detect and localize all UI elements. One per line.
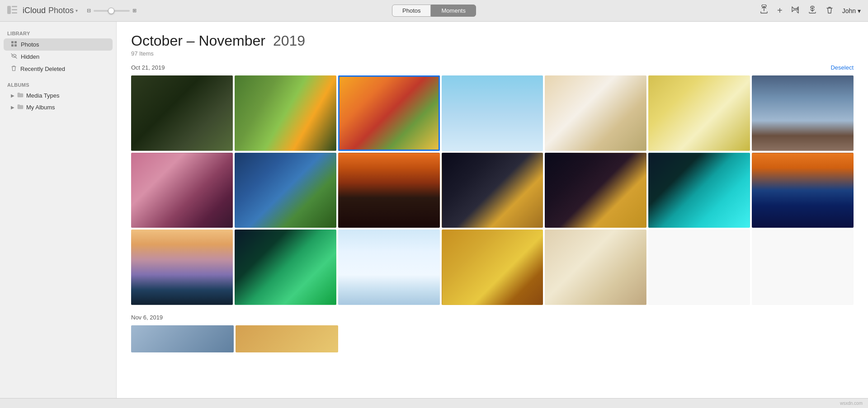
photo-road-sunset[interactable] (752, 75, 854, 151)
date-section-oct: Oct 21, 2019 Deselect (131, 64, 854, 305)
media-types-chevron-icon: ▶ (11, 93, 14, 98)
date-header-oct: Oct 21, 2019 Deselect (131, 64, 854, 71)
download-icon[interactable] (808, 5, 817, 16)
photo-snowy-forest[interactable] (338, 230, 440, 305)
photo-yellow-rose[interactable] (648, 75, 750, 151)
item-count: 97 Items (131, 50, 854, 57)
sidebar-toggle[interactable] (7, 6, 17, 16)
photo-row-3 (131, 230, 854, 305)
sidebar-item-my-albums-label: My Albums (26, 104, 55, 111)
share-icon[interactable] (791, 5, 800, 16)
zoom-in-icon[interactable]: ⊞ (132, 8, 137, 14)
photo-autumn-bokeh[interactable] (235, 75, 336, 151)
tab-photos[interactable]: Photos (392, 5, 431, 17)
library-section-label: Library (0, 27, 116, 38)
zoom-control: ⊟ ⊞ (87, 8, 137, 14)
photo-cloudy-lake[interactable] (131, 230, 233, 305)
logo-icloud: iCloud (23, 6, 46, 15)
photo-nov-2[interactable] (236, 325, 338, 352)
albums-section-label: Albums (0, 79, 116, 89)
title-main: October – November (131, 33, 265, 49)
logo-chevron-icon[interactable]: ▾ (75, 8, 78, 13)
title-year: 2019 (273, 33, 305, 49)
watermark: wsxdn.com (840, 401, 863, 406)
photo-city-aerial[interactable] (545, 153, 646, 228)
photo-placeholder-1[interactable] (648, 230, 750, 305)
photo-aurora[interactable] (235, 230, 336, 305)
user-menu[interactable]: John ▾ (842, 7, 861, 14)
sidebar-item-photos[interactable]: Photos (4, 38, 113, 51)
photos-grid-icon (11, 41, 17, 48)
photo-placeholder-2[interactable] (752, 230, 854, 305)
topbar-actions: + John ▾ (759, 5, 861, 17)
sidebar-item-hidden[interactable]: Hidden (4, 51, 113, 62)
sidebar-item-recently-deleted[interactable]: Recently Deleted (4, 63, 113, 75)
topbar: iCloud Photos ▾ ⊟ ⊞ Photos Moments + (0, 0, 868, 22)
svg-rect-0 (7, 6, 11, 14)
photo-nov-1[interactable] (131, 325, 234, 352)
svg-rect-1 (12, 6, 17, 7)
date-section-nov: Nov 6, 2019 (131, 314, 854, 352)
photo-sunset-palms[interactable] (338, 153, 440, 228)
svg-rect-3 (12, 12, 17, 14)
bottom-bar: wsxdn.com (0, 398, 868, 408)
sidebar: Library Photos Hidden (0, 22, 117, 398)
svg-rect-6 (11, 41, 14, 43)
upload-icon[interactable] (759, 5, 769, 17)
zoom-thumb[interactable] (108, 8, 114, 14)
date-header-nov: Nov 6, 2019 (131, 314, 854, 321)
my-albums-chevron-icon: ▶ (11, 105, 14, 110)
photo-city-night[interactable] (442, 153, 543, 228)
media-types-folder-icon (17, 92, 24, 99)
photo-row-nov1 (131, 325, 854, 352)
sidebar-item-my-albums[interactable]: ▶ My Albums (4, 102, 113, 113)
svg-rect-2 (12, 9, 17, 10)
sidebar-item-recently-deleted-label: Recently Deleted (20, 66, 65, 72)
app-logo: iCloud Photos ▾ (23, 6, 78, 15)
sidebar-item-hidden-label: Hidden (21, 53, 39, 60)
page-title: October – November 2019 (131, 33, 854, 49)
hidden-icon (11, 53, 17, 60)
photo-light-bokeh[interactable] (545, 230, 646, 305)
sidebar-item-media-types-label: Media Types (26, 92, 59, 99)
tab-moments[interactable]: Moments (431, 5, 476, 17)
photo-row-nov-spacer (340, 325, 854, 352)
content-header: October – November 2019 97 Items (131, 33, 854, 57)
date-label-oct: Oct 21, 2019 (131, 64, 165, 71)
sidebar-item-media-types[interactable]: ▶ Media Types (4, 90, 113, 101)
my-albums-folder-icon (17, 104, 24, 111)
recently-deleted-icon (11, 65, 17, 73)
photo-white-flower[interactable] (545, 75, 646, 151)
sidebar-item-photos-label: Photos (21, 41, 39, 48)
photo-red-leaf[interactable] (338, 75, 440, 151)
logo-photos: Photos (48, 6, 74, 15)
zoom-out-icon[interactable]: ⊟ (87, 8, 91, 14)
main-layout: Library Photos Hidden (0, 22, 868, 398)
photo-eiffel[interactable] (752, 153, 854, 228)
photo-tiny-planet[interactable] (235, 153, 336, 228)
add-icon[interactable]: + (777, 5, 783, 16)
svg-rect-8 (11, 44, 14, 47)
photo-heart-light[interactable] (648, 153, 750, 228)
photo-dark-wood[interactable] (131, 75, 233, 151)
photo-pink-blossom[interactable] (131, 153, 233, 228)
zoom-slider[interactable] (94, 10, 130, 12)
deselect-button[interactable]: Deselect (830, 64, 854, 71)
content-area: October – November 2019 97 Items Oct 21,… (117, 22, 868, 398)
photo-row-1 (131, 75, 854, 151)
date-label-nov: Nov 6, 2019 (131, 314, 163, 321)
svg-rect-9 (14, 44, 17, 47)
photo-row-2 (131, 153, 854, 228)
tab-group: Photos Moments (392, 5, 476, 17)
svg-rect-7 (14, 41, 17, 43)
photo-blue-sky[interactable] (442, 75, 543, 151)
trash-icon[interactable] (825, 5, 834, 16)
photo-autumn-wall[interactable] (442, 230, 543, 305)
